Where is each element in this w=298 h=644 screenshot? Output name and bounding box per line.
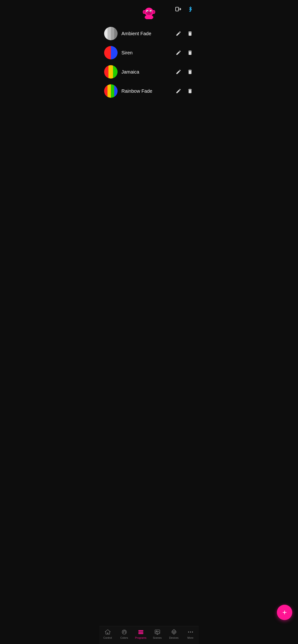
nav-item-scenes[interactable]: Scenes <box>150 629 165 639</box>
svg-point-9 <box>147 11 148 12</box>
jamaica-actions <box>175 68 194 76</box>
svg-rect-14 <box>176 7 179 11</box>
nav-item-control[interactable]: Control <box>100 629 115 639</box>
nav-item-programs[interactable]: Programs <box>134 629 148 639</box>
svg-point-22 <box>123 632 124 633</box>
nav-label-programs: Programs <box>135 636 146 639</box>
svg-point-21 <box>125 632 126 633</box>
monkey-logo <box>142 5 156 19</box>
edit-rainbow-fade-button[interactable] <box>175 87 182 95</box>
nav-label-control: Control <box>103 636 112 639</box>
bottom-nav: Control Colors Programs <box>99 626 199 644</box>
svg-marker-27 <box>157 634 158 635</box>
svg-rect-24 <box>138 632 143 632</box>
svg-rect-29 <box>173 630 175 633</box>
siren-actions <box>175 49 194 56</box>
nav-label-more: More <box>187 636 193 639</box>
header <box>99 0 199 22</box>
program-thumb-siren <box>104 46 117 60</box>
program-item-rainbow-fade[interactable]: Rainbow Fade <box>99 82 199 100</box>
delete-rainbow-fade-button[interactable] <box>186 87 194 95</box>
svg-point-34 <box>190 632 191 632</box>
delete-siren-button[interactable] <box>186 49 194 56</box>
delete-jamaica-button[interactable] <box>186 68 194 76</box>
svg-rect-25 <box>138 633 143 634</box>
more-icon <box>187 629 194 636</box>
nav-label-devices: Devices <box>169 636 179 639</box>
nav-label-scenes: Scenes <box>153 636 162 639</box>
program-name-ambient-fade: Ambient Fade <box>121 31 171 36</box>
svg-point-12 <box>148 12 149 13</box>
svg-point-10 <box>151 11 152 12</box>
palette-icon <box>121 629 128 636</box>
program-name-siren: Siren <box>121 50 171 56</box>
program-name-jamaica: Jamaica <box>121 69 171 75</box>
program-thumb-ambient-fade <box>104 27 117 40</box>
svg-point-35 <box>192 632 193 632</box>
delete-ambient-fade-button[interactable] <box>186 30 194 38</box>
program-name-rainbow-fade: Rainbow Fade <box>121 88 171 94</box>
svg-point-30 <box>174 632 174 632</box>
bluetooth-button[interactable] <box>186 5 195 14</box>
edit-siren-button[interactable] <box>175 49 182 56</box>
nav-item-more[interactable]: More <box>183 629 198 639</box>
svg-rect-23 <box>138 630 143 631</box>
svg-point-11 <box>148 12 150 14</box>
edit-jamaica-button[interactable] <box>175 68 182 76</box>
svg-point-18 <box>123 631 124 632</box>
program-item-siren[interactable]: Siren <box>99 43 199 62</box>
nav-label-colors: Colors <box>120 636 128 639</box>
edit-ambient-fade-button[interactable] <box>175 30 182 38</box>
program-item-jamaica[interactable]: Jamaica <box>99 62 199 82</box>
svg-point-20 <box>125 631 126 632</box>
nav-item-colors[interactable]: Colors <box>117 629 131 639</box>
svg-point-3 <box>143 11 145 13</box>
home-icon <box>104 629 111 636</box>
rainbow-fade-actions <box>175 87 194 95</box>
program-thumb-jamaica <box>104 65 117 78</box>
svg-point-33 <box>188 632 189 632</box>
svg-point-5 <box>153 11 155 13</box>
ambient-fade-actions <box>175 30 194 38</box>
program-list: Ambient Fade Siren <box>99 22 199 626</box>
header-actions <box>174 5 195 14</box>
scenes-icon <box>154 629 161 636</box>
program-thumb-rainbow-fade <box>104 84 117 98</box>
nav-item-devices[interactable]: Devices <box>167 629 181 639</box>
devices-icon <box>171 629 177 636</box>
login-button[interactable] <box>174 5 182 14</box>
programs-icon <box>137 629 144 636</box>
svg-point-13 <box>149 12 150 13</box>
program-item-ambient-fade[interactable]: Ambient Fade <box>99 24 199 43</box>
svg-point-19 <box>124 630 125 631</box>
